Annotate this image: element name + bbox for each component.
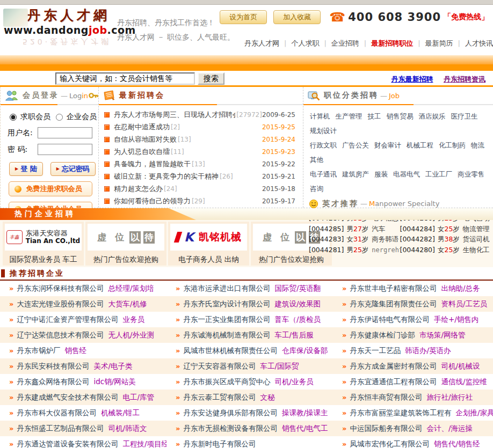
set-home-button[interactable]: 设为首页 xyxy=(220,10,267,24)
nav-item[interactable]: 个人求职 xyxy=(279,39,319,48)
company-row[interactable]: 丹东市富丽堂皇建筑装饰工程有 企划推/家具保 xyxy=(333,405,493,421)
ad-tianan[interactable]: 丰鑫 东港天安容器 Tian An CO.,ltd 国际贸易业务员 车工 xyxy=(3,222,84,266)
company-row[interactable]: 丹东宜通通信工程有限公司 通信线/监控维 xyxy=(333,374,493,390)
jobfair-item-title[interactable]: 你如何看待自己的领导力 xyxy=(114,196,191,206)
company-jobs[interactable]: 企划推/家具保 xyxy=(455,408,493,418)
company-jobs[interactable]: 销售代/销售经 xyxy=(434,439,480,448)
company-row[interactable]: 丹东市振兴区成平商贸中心 司机/业务员 xyxy=(166,374,333,390)
company-row[interactable]: 丹东恒丰商贸有限公司 旅行社/旅行社 xyxy=(333,390,493,405)
company-name[interactable]: 丹东齐氏室内设计有限公司 xyxy=(183,299,270,309)
company-jobs[interactable]: 工程技/项目经 xyxy=(122,439,166,448)
company-name[interactable]: 中运国际船务有限公司 xyxy=(350,424,422,434)
jobseeker-radio-label[interactable]: 求职会员 xyxy=(20,112,50,122)
company-row[interactable]: 丹东市锅炉厂 销售经 xyxy=(0,343,166,358)
company-name[interactable]: 丹东民安科技有限公司 xyxy=(17,362,89,371)
company-name[interactable]: 丹东诚海机械制造有限公司 xyxy=(183,331,270,340)
job-category-link[interactable]: 计算机 xyxy=(310,112,330,120)
jobseeker-radio[interactable] xyxy=(10,114,17,121)
company-name[interactable]: 丹东世丰电子精密有限公司 xyxy=(350,284,437,293)
company-name[interactable]: 丹东云泰工贸有限公司 xyxy=(183,393,256,402)
nav-item[interactable]: 人才快讯 xyxy=(453,39,493,48)
company-jobs[interactable]: 出纳助/总务 xyxy=(441,284,480,293)
company-jobs[interactable]: 文秘 xyxy=(260,393,274,402)
company-row[interactable]: 丹东建成燃气安全技术有限公司 电工/库管 xyxy=(0,390,166,405)
jobfair-item[interactable]: 破旧立新：更具竞争力的实干精神 [26] 2015-9-21 xyxy=(104,170,299,182)
company-name[interactable]: 凤城市宏伟化工有限公司 xyxy=(350,439,430,448)
company-jobs[interactable]: 销售经 xyxy=(64,346,86,356)
nav-item[interactable]: 企业招聘 xyxy=(319,39,359,48)
search-input[interactable] xyxy=(55,72,195,85)
job-category-link[interactable]: 物流 xyxy=(471,141,484,149)
job-category-link[interactable]: 电器电气 xyxy=(393,170,420,178)
company-jobs[interactable]: 大货车/机修 xyxy=(108,299,147,309)
company-jobs[interactable]: 建筑设/效果图 xyxy=(274,299,321,309)
company-name[interactable]: 丹东恒丰商贸有限公司 xyxy=(350,393,422,402)
link-latest-jobs[interactable]: 丹东最新招聘 xyxy=(391,75,433,83)
ad-vacant-caption[interactable]: 热门广告位欢迎抢购 xyxy=(88,255,164,265)
company-row[interactable]: 辽宁达荣信息技术有限公司 无人机/外业测 xyxy=(0,327,166,343)
company-name[interactable]: 丹东鑫众网络有限公司 xyxy=(17,377,89,387)
company-name[interactable]: 丹东方成金属密封有限公司 xyxy=(350,362,437,371)
company-row[interactable]: 丹东鑫众网络有限公司 idc销/网站美 xyxy=(0,374,166,390)
company-name[interactable]: 丹东东润环保科技有限公司 xyxy=(17,284,104,293)
company-radio[interactable] xyxy=(56,114,63,121)
job-category-link[interactable]: 咨询 xyxy=(310,185,323,193)
company-name[interactable]: 丹东新时电子有限公司 xyxy=(183,439,256,448)
talent-entry[interactable]: [0044283]女31岁商务韩语 xyxy=(309,234,400,245)
nav-item[interactable]: 最新招聘职位 xyxy=(359,39,413,48)
company-row[interactable]: 东港市运承进出口有限公司 国际贸/英语翻 xyxy=(166,281,333,296)
jobfair-item-title[interactable]: 破旧立新：更具竞争力的实干精神 xyxy=(114,172,219,181)
company-jobs[interactable]: 国际贸/英语翻 xyxy=(274,284,321,293)
company-jobs[interactable]: idc销/网站美 xyxy=(93,377,135,387)
company-jobs[interactable]: 无人机/外业测 xyxy=(108,331,154,340)
company-row[interactable]: 辽宁中诺汇金资产管理有限公司 业务员 xyxy=(0,312,166,327)
talent-entry[interactable]: [0044282]男38岁货运司机 xyxy=(400,234,491,245)
company-row[interactable]: 丹东伊诺特电气有限公司 手绘+/销售内 xyxy=(333,312,493,327)
jobfair-item[interactable]: 在忍耐中追逐成功 [2] 2015-9-25 xyxy=(104,121,299,133)
company-name[interactable]: 丹东市科大仪器有限公司 xyxy=(17,408,97,418)
company-row[interactable]: 大连宏光锂业股份有限公司 大货车/机修 xyxy=(0,296,166,312)
company-row[interactable]: 丹东市科大仪器有限公司 机械装/钳工 xyxy=(0,405,166,421)
company-name[interactable]: 辽宁天安容器有限公司 xyxy=(183,362,256,371)
company-row[interactable]: 丹东新时电子有限公司 xyxy=(166,436,333,448)
company-name[interactable]: 东港市运承进出口有限公司 xyxy=(183,284,270,293)
company-name[interactable]: 丹东恒盛工艺制品有限公司 xyxy=(17,424,104,434)
job-category-link[interactable]: 规划设计 xyxy=(310,127,337,135)
add-favorite-button[interactable]: 加入收藏 xyxy=(273,10,321,24)
jobfair-item-title[interactable]: 为人切忌自吹自擂 xyxy=(114,147,170,157)
username-field[interactable] xyxy=(38,127,92,138)
job-category-link[interactable]: 商业零售 xyxy=(458,170,484,178)
company-name[interactable]: 丹东安达健身俱乐部有限公司 xyxy=(183,408,278,418)
company-row[interactable]: 丹东通达管道设备安装有限公司 工程技/项目经 xyxy=(0,436,166,448)
ad-kaiming[interactable]: K 凯铭机械 电子商务人员 出纳 xyxy=(168,222,249,266)
jobfair-item[interactable]: 具备魄力，越冒险越敢干 [13] 2015-9-22 xyxy=(104,158,299,170)
jobfair-item-title[interactable]: 在忍耐中追逐成功 xyxy=(114,122,170,132)
company-row[interactable]: 丹东东润环保科技有限公司 总经理/策划培 xyxy=(0,281,166,296)
company-name[interactable]: 丹东市振兴区成平商贸中心 xyxy=(183,377,270,387)
jobfair-item[interactable]: 为人切忌自吹自擂 [11] 2015-9-23 xyxy=(104,145,299,158)
company-row[interactable]: 丹东云泰工贸有限公司 文秘 xyxy=(166,390,333,405)
company-row[interactable]: 凤城市宏伟化工有限公司 销售代/销售经 xyxy=(333,436,493,448)
forgot-password-button[interactable]: 忘记密码 xyxy=(50,162,96,176)
nav-item[interactable]: 最新简历 xyxy=(413,39,453,48)
company-jobs[interactable]: 美术/电子类 xyxy=(93,362,132,371)
company-jobs[interactable]: 司机/韩语文 xyxy=(108,424,147,434)
company-jobs[interactable]: 市场策/网络管 xyxy=(419,331,466,340)
company-row[interactable]: 丹东方成金属密封有限公司 司机/机械设 xyxy=(333,358,493,374)
password-field[interactable] xyxy=(38,144,92,155)
jobfair-item[interactable]: 你如何看待自己的领导力 [29] 2015-9-17 xyxy=(104,195,299,207)
company-radio-label[interactable]: 企业会员 xyxy=(67,112,97,122)
company-name[interactable]: 丹东市富丽堂皇建筑装饰工程有 xyxy=(350,408,451,418)
talent-entry[interactable]: [0044280]女25岁生物化工 xyxy=(400,245,491,256)
jobfair-item-title[interactable]: 自信从容地面对失败 xyxy=(114,135,177,144)
company-jobs[interactable]: 车工/售后服 xyxy=(274,331,313,340)
job-category-link[interactable]: 机械工程 xyxy=(407,141,433,149)
job-category-link[interactable]: 酒店娱乐 xyxy=(419,112,446,120)
talent-entry[interactable]: [0044281]男25岁nergreht xyxy=(309,245,400,256)
job-category-link[interactable]: 电子通讯 xyxy=(310,170,337,178)
company-row[interactable]: 丹东天一工艺品 韩语办/英语办 xyxy=(333,343,493,358)
jobfair-item[interactable]: 丹东人才市场每周三、日现场人才招聘会 [27972] 2009-6-25 xyxy=(104,108,299,121)
site-logo[interactable]: 丹东人才網 www.dandongjob.com 520·爱丹东人才網 xyxy=(3,6,119,46)
ad-tianan-caption[interactable]: 国际贸易业务员 车工 xyxy=(5,255,82,265)
register-jobseeker-button[interactable]: 免费注册求职会员 xyxy=(9,181,92,196)
